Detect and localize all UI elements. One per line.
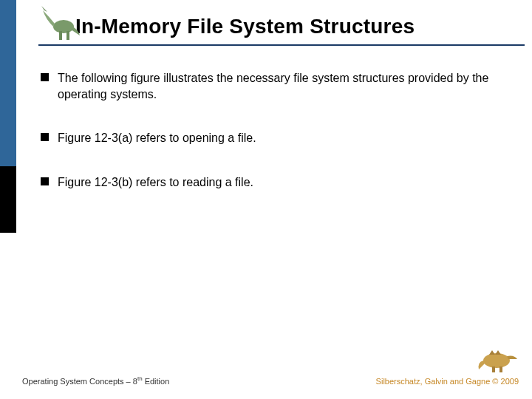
footer-left-prefix: Operating System Concepts – 8 [22,377,137,386]
sidebar-segment-black [0,166,16,233]
dinosaur-icon [477,344,519,374]
sidebar-segment-blue [0,0,16,166]
title-underline [38,44,525,46]
bullet-text: The following figure illustrates the nec… [58,70,506,102]
bullet-item: Figure 12-3(a) refers to opening a file. [41,130,506,146]
svg-point-0 [53,20,74,33]
sidebar-segment-white [0,233,16,399]
footer-left: Operating System Concepts – 8th Edition [22,375,169,386]
svg-rect-2 [66,31,69,40]
bullet-text: Figure 12-3(b) refers to reading a file. [58,174,253,191]
sidebar-stripe [0,0,16,399]
footer-right: Silberschatz, Galvin and Gagne © 2009 [376,377,519,386]
bullet-square-icon [41,177,49,185]
content-area: The following figure illustrates the nec… [41,70,506,218]
svg-rect-5 [499,366,502,372]
bullet-text: Figure 12-3(a) refers to opening a file. [58,130,256,146]
svg-rect-4 [492,366,495,372]
title-area: In-Memory File System Structures [16,0,532,52]
slide-title: In-Memory File System Structures [75,15,532,38]
dinosaur-icon [38,4,80,43]
svg-rect-1 [59,31,62,40]
bullet-square-icon [41,133,49,141]
bullet-item: Figure 12-3(b) refers to reading a file. [41,174,506,191]
bullet-square-icon [41,73,49,81]
svg-point-3 [483,353,510,368]
footer-left-suffix: Edition [143,377,170,386]
bullet-item: The following figure illustrates the nec… [41,70,506,102]
footer-ordinal: th [137,375,143,382]
